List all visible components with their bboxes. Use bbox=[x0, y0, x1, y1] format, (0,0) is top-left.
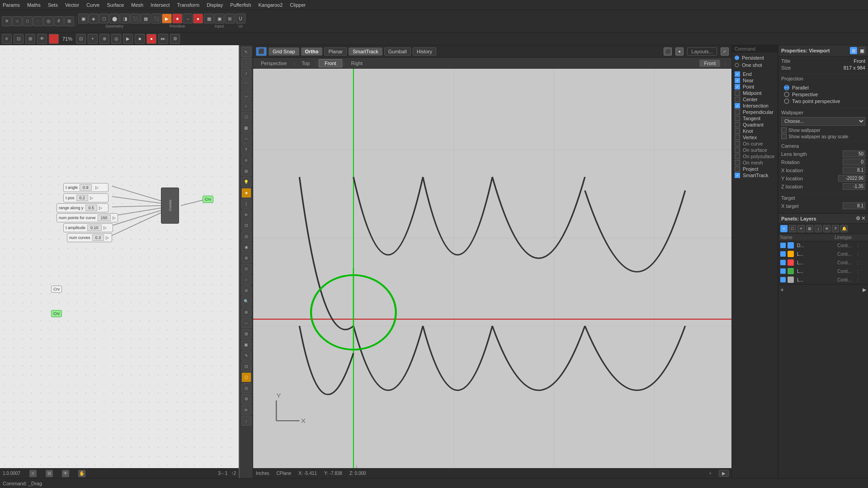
grayscale-row[interactable]: Show wallpaper as gray scale bbox=[781, 134, 865, 139]
layer-row-1[interactable]: L... Conti... : bbox=[778, 250, 868, 258]
near-check[interactable]: ✓ bbox=[735, 78, 740, 83]
viewport-canvas[interactable]: → X ↓ X Y bbox=[253, 69, 731, 468]
gh-node-angle[interactable]: t angle 0.9 ▷ bbox=[63, 183, 108, 192]
tpos-value[interactable]: 0.2 bbox=[76, 195, 89, 201]
snap-block[interactable]: ⊞ bbox=[241, 166, 251, 176]
snap-curve[interactable]: ⌒ bbox=[241, 80, 251, 89]
snap-onpolysurface[interactable]: On polysuface bbox=[735, 154, 775, 159]
layer-check-1[interactable] bbox=[780, 251, 786, 257]
snap-onsurface[interactable]: On surface bbox=[735, 147, 775, 153]
new-btn[interactable]: ✕ bbox=[2, 16, 12, 26]
snap-s6[interactable]: ⊙ bbox=[241, 264, 251, 274]
play-btn[interactable]: ▶ bbox=[123, 34, 133, 44]
layers-play-btn[interactable]: ▶ bbox=[863, 287, 866, 293]
xtarget-input[interactable] bbox=[843, 202, 865, 209]
cam-btn[interactable]: ◎ bbox=[111, 34, 121, 44]
snap-dim[interactable]: ↔ bbox=[241, 134, 251, 144]
inp-btn3[interactable]: ⊞ bbox=[225, 14, 235, 23]
layer-icon-5[interactable]: ↓ bbox=[815, 225, 822, 232]
stop-btn[interactable]: ■ bbox=[135, 34, 145, 44]
geo-btn7[interactable]: ▦ bbox=[141, 14, 151, 23]
snap-midpoint[interactable]: Midpoint bbox=[735, 90, 775, 96]
geo-btn1[interactable]: ▣ bbox=[78, 14, 88, 23]
menu-vector[interactable]: Vector bbox=[65, 2, 79, 8]
snap-smarttrack[interactable]: ✓ SmartTrack bbox=[735, 173, 775, 178]
planar-btn[interactable]: Planar bbox=[324, 47, 347, 56]
snap-s11[interactable]: ↔ bbox=[241, 318, 251, 328]
snap-s5[interactable]: ⊕ bbox=[241, 253, 251, 263]
numpoints-value[interactable]: 150 bbox=[98, 215, 111, 221]
snap-center[interactable]: Center bbox=[735, 97, 775, 102]
props-tab-btn1[interactable]: ⊞ bbox=[850, 47, 857, 54]
radio-two-point[interactable]: Two point perspective bbox=[784, 99, 863, 104]
gh-node-crv1[interactable]: Crv bbox=[51, 286, 62, 293]
bottom-add[interactable]: + bbox=[709, 471, 712, 476]
quadrant-check[interactable] bbox=[735, 122, 740, 127]
snap-hatch[interactable]: ≡ bbox=[241, 155, 251, 165]
snap-quadrant[interactable]: Quadrant bbox=[735, 122, 775, 127]
snap-circle[interactable]: ○ bbox=[241, 101, 251, 111]
amplitude-value[interactable]: 0.10 bbox=[87, 225, 102, 231]
preview-btn[interactable]: 👁 bbox=[37, 34, 47, 44]
smarttrack-btn[interactable]: SmartTrack bbox=[349, 47, 382, 56]
layer-row-3[interactable]: L... Conti... : bbox=[778, 267, 868, 276]
oncurve-check[interactable] bbox=[735, 141, 740, 146]
snap-s14[interactable]: ✎ bbox=[241, 351, 251, 361]
layer-icon-1[interactable]: ≡ bbox=[780, 225, 788, 232]
snap-project[interactable]: Project bbox=[735, 166, 775, 172]
snap-persistent[interactable]: Persistent bbox=[735, 55, 775, 61]
layer-row-0[interactable]: D... Conti... : bbox=[778, 241, 868, 250]
snap-line[interactable]: / bbox=[241, 69, 251, 79]
geo-btn6[interactable]: ⬛ bbox=[130, 14, 140, 23]
snap-intersection[interactable]: ✓ Intersection bbox=[735, 103, 775, 108]
layer-check-0[interactable] bbox=[780, 243, 786, 248]
snap-onmesh[interactable]: On mesh bbox=[735, 160, 775, 165]
layer-check-4[interactable] bbox=[780, 277, 786, 282]
snap-oncurve[interactable]: On curve bbox=[735, 141, 775, 146]
show-wallpaper-check[interactable] bbox=[781, 127, 787, 133]
tab-front[interactable]: Front bbox=[319, 59, 342, 67]
snap-3d[interactable]: ⬡ bbox=[241, 112, 251, 122]
vp-record-btn[interactable]: ● bbox=[675, 47, 684, 56]
menu-clipper[interactable]: Clipper bbox=[290, 2, 306, 8]
layer-btn[interactable]: ≡ bbox=[2, 34, 12, 44]
menu-sets[interactable]: Sets bbox=[48, 2, 58, 8]
snap-yellow[interactable]: ★ bbox=[241, 188, 251, 198]
geo-btn2[interactable]: ◈ bbox=[89, 14, 99, 23]
onsurface-check[interactable] bbox=[735, 147, 740, 153]
snap-s16[interactable]: ⬡ bbox=[241, 372, 251, 382]
onpolysurface-check[interactable] bbox=[735, 154, 740, 159]
radio-perspective[interactable]: Perspective bbox=[784, 92, 863, 97]
snap-tangent[interactable]: Tangent bbox=[735, 116, 775, 121]
snap-vertex[interactable]: Vertex bbox=[735, 135, 775, 140]
snap-near[interactable]: ✓ Near bbox=[735, 78, 775, 83]
snap-s13[interactable]: ▣ bbox=[241, 340, 251, 350]
snap-s12[interactable]: ⊞ bbox=[241, 329, 251, 339]
layer-icon-2[interactable]: □ bbox=[789, 225, 796, 232]
tab-right[interactable]: Right bbox=[345, 59, 369, 67]
inp-btn1[interactable]: ▦ bbox=[204, 14, 214, 23]
gh-node-amplitude[interactable]: t amplitude 0.10 ▷ bbox=[63, 223, 113, 232]
gh-node-crv-out[interactable]: Crv bbox=[203, 196, 213, 203]
prim-btn3[interactable]: ★ bbox=[172, 14, 182, 23]
red-dot[interactable] bbox=[49, 34, 59, 44]
snap-knot[interactable]: Knot bbox=[735, 128, 775, 134]
grayscale-check[interactable] bbox=[781, 134, 787, 139]
snap-oneshot[interactable]: One shot bbox=[735, 62, 775, 68]
menu-pufferfish[interactable]: Pufferfish bbox=[230, 2, 251, 8]
layer-row-4[interactable]: L... Conti... : bbox=[778, 276, 868, 284]
prim-btn2[interactable]: ▶ bbox=[162, 14, 172, 23]
geo-btn4[interactable]: ⬤ bbox=[109, 14, 119, 23]
tangent-check[interactable] bbox=[735, 116, 740, 121]
lens-input[interactable] bbox=[843, 150, 865, 157]
ui-btn1[interactable]: U bbox=[236, 14, 245, 23]
snap-s4[interactable]: ◉ bbox=[241, 242, 251, 252]
vertex-check[interactable] bbox=[735, 135, 740, 140]
snap-text[interactable]: T bbox=[241, 145, 251, 155]
layer-check-2[interactable] bbox=[780, 260, 786, 265]
midpoint-check[interactable] bbox=[735, 90, 740, 96]
snap-perpendicular[interactable]: Perpendicular bbox=[735, 109, 775, 115]
dual-btn[interactable]: ⊞ bbox=[64, 16, 74, 26]
history-btn[interactable]: History bbox=[413, 47, 436, 56]
snap-s7[interactable]: ○ bbox=[241, 275, 251, 285]
